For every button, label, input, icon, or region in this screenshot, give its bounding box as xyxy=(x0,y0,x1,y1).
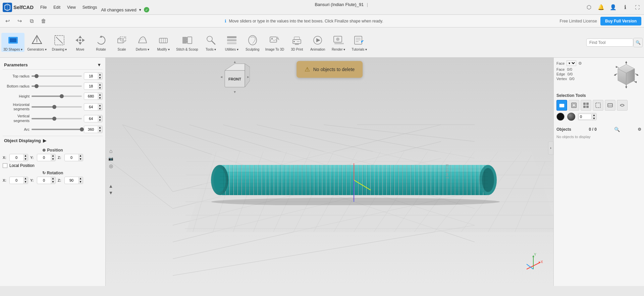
tool-modify[interactable]: Modify ▾ xyxy=(153,33,173,52)
pos-y-down[interactable]: ▼ xyxy=(51,158,55,161)
tool-3d-print[interactable]: 3D Print xyxy=(287,33,307,52)
sel-tool-wire[interactable] xyxy=(593,100,603,111)
rot-z-up[interactable]: ▲ xyxy=(78,177,83,180)
pos-x-down[interactable]: ▼ xyxy=(23,158,28,161)
tool-animation[interactable]: Animation xyxy=(308,33,328,52)
tool-render[interactable]: Render ▾ xyxy=(328,33,348,52)
pos-z-input[interactable] xyxy=(65,155,78,160)
tool-generators[interactable]: Generators ▾ xyxy=(25,33,49,52)
tool-rotate[interactable]: Rotate xyxy=(91,33,111,52)
nav-down-arrow[interactable]: ▼ xyxy=(109,190,113,195)
sphere-display[interactable] xyxy=(567,113,575,121)
color-swatch[interactable] xyxy=(556,113,565,121)
param-arc-input[interactable] xyxy=(84,127,98,132)
local-position-checkbox[interactable] xyxy=(3,163,7,168)
pos-z-down[interactable]: ▼ xyxy=(78,158,83,161)
user-icon[interactable]: 👤 xyxy=(609,3,617,11)
count-input[interactable] xyxy=(578,114,592,120)
count-up[interactable]: ▲ xyxy=(592,113,596,117)
nav-camera-button[interactable]: 📷 xyxy=(108,157,113,161)
param-height-input[interactable] xyxy=(84,94,98,99)
param-bottom-radius-slider[interactable] xyxy=(32,85,82,87)
nav-up-arrow[interactable]: ▲ xyxy=(109,183,113,189)
param-bottom-radius-input[interactable] xyxy=(84,83,98,89)
tool-image-to-3d[interactable]: Image To 3D xyxy=(263,33,286,52)
tool-3d-shapes[interactable]: 3D Shapes ▾ xyxy=(1,33,24,52)
delete-button[interactable]: 🗑 xyxy=(39,16,48,26)
tool-stitch-scoop[interactable]: Stitch & Scoop xyxy=(174,33,200,52)
sel-tool-box[interactable] xyxy=(556,100,567,111)
duplicate-button[interactable]: ⧉ xyxy=(27,16,36,26)
count-down[interactable]: ▼ xyxy=(592,117,596,120)
sel-tool-transparent[interactable] xyxy=(605,100,615,111)
sel-tool-lattice[interactable] xyxy=(569,100,579,111)
pos-y-input[interactable] xyxy=(37,155,51,160)
undo-button[interactable]: ↩ xyxy=(3,16,12,26)
find-tool-button[interactable]: 🔍 xyxy=(633,38,643,47)
tool-drawing[interactable]: Drawing ▾ xyxy=(49,33,69,52)
param-top-radius-down[interactable]: ▼ xyxy=(98,76,102,79)
settings-menu[interactable]: Settings xyxy=(80,4,100,11)
param-v-segments-down[interactable]: ▼ xyxy=(98,119,102,122)
info-icon[interactable]: ℹ xyxy=(621,3,629,11)
tool-utilities[interactable]: Utilities ▾ xyxy=(222,33,242,52)
pos-x-up[interactable]: ▲ xyxy=(23,154,28,158)
viewport[interactable]: ⌂ 📷 ◎ ▲ ▼ FRONT xyxy=(106,58,553,286)
redo-button[interactable]: ↪ xyxy=(15,16,24,26)
rot-z-input[interactable] xyxy=(65,178,78,183)
param-v-segments-slider[interactable] xyxy=(32,118,82,119)
pos-y-up[interactable]: ▲ xyxy=(51,154,55,158)
edit-menu[interactable]: Edit xyxy=(51,4,63,11)
param-height-slider[interactable] xyxy=(32,96,82,97)
tool-tutorials[interactable]: Tutorials ▾ xyxy=(349,33,369,52)
view-cube[interactable]: FRONT xyxy=(220,60,250,94)
param-h-segments-input[interactable] xyxy=(84,104,98,110)
object-displaying-header[interactable]: Object Displaying ▶ xyxy=(3,136,103,145)
param-h-segments-slider[interactable] xyxy=(32,106,82,108)
rot-y-up[interactable]: ▲ xyxy=(51,177,55,180)
find-tool-input[interactable] xyxy=(586,39,633,47)
param-height-up[interactable]: ▲ xyxy=(98,93,102,96)
rot-x-down[interactable]: ▼ xyxy=(23,180,28,184)
expand-icon[interactable]: ⛶ xyxy=(633,3,641,11)
tool-scale[interactable]: Scale xyxy=(112,33,132,52)
param-arc-down[interactable]: ▼ xyxy=(98,129,102,133)
param-height-down[interactable]: ▼ xyxy=(98,96,102,100)
share-icon[interactable]: ⬡ xyxy=(585,3,593,11)
pos-x-input[interactable] xyxy=(10,155,23,160)
param-bottom-radius-up[interactable]: ▲ xyxy=(98,83,102,86)
param-arc-slider[interactable] xyxy=(32,129,82,130)
tool-sculpting[interactable]: Sculpting xyxy=(243,33,263,52)
file-menu[interactable]: File xyxy=(38,4,49,11)
param-arc-up[interactable]: ▲ xyxy=(98,126,102,129)
tool-deform[interactable]: Deform ▾ xyxy=(132,33,153,52)
parameters-header[interactable]: Parameters ▼ xyxy=(3,60,103,70)
notification-icon[interactable]: 🔔 xyxy=(597,3,605,11)
collapse-right-button[interactable]: › xyxy=(548,141,553,155)
view-menu[interactable]: View xyxy=(64,4,78,11)
param-top-radius-input[interactable] xyxy=(84,73,98,79)
sel-tool-extra[interactable] xyxy=(617,100,628,111)
rot-x-input[interactable] xyxy=(10,178,23,183)
param-top-radius-up[interactable]: ▲ xyxy=(98,73,102,76)
rot-x-up[interactable]: ▲ xyxy=(23,177,28,180)
param-top-radius-slider[interactable] xyxy=(32,75,82,77)
nav-compass-button[interactable]: ◎ xyxy=(109,163,113,169)
objects-search-icon[interactable]: 🔍 xyxy=(614,127,620,132)
pos-z-up[interactable]: ▲ xyxy=(78,154,83,158)
buy-button[interactable]: Buy Full Version xyxy=(600,17,641,25)
sel-tool-all[interactable] xyxy=(581,100,591,111)
face-dropdown[interactable]: ▾ xyxy=(567,60,576,66)
param-v-segments-up[interactable]: ▲ xyxy=(98,115,102,119)
3d-cube-widget[interactable] xyxy=(611,60,641,91)
nav-home-button[interactable]: ⌂ xyxy=(109,149,113,154)
param-bottom-radius-down[interactable]: ▼ xyxy=(98,86,102,90)
tool-move[interactable]: Move xyxy=(70,33,90,52)
rot-y-down[interactable]: ▼ xyxy=(51,180,55,184)
param-v-segments-input[interactable] xyxy=(84,116,98,121)
tool-tools[interactable]: Tools ▾ xyxy=(201,33,221,52)
objects-gear-icon[interactable]: ⚙ xyxy=(638,127,641,132)
rot-z-down[interactable]: ▼ xyxy=(78,180,83,184)
param-h-segments-up[interactable]: ▲ xyxy=(98,104,102,107)
right-panel-settings-icon[interactable]: ⚙ xyxy=(578,61,582,66)
